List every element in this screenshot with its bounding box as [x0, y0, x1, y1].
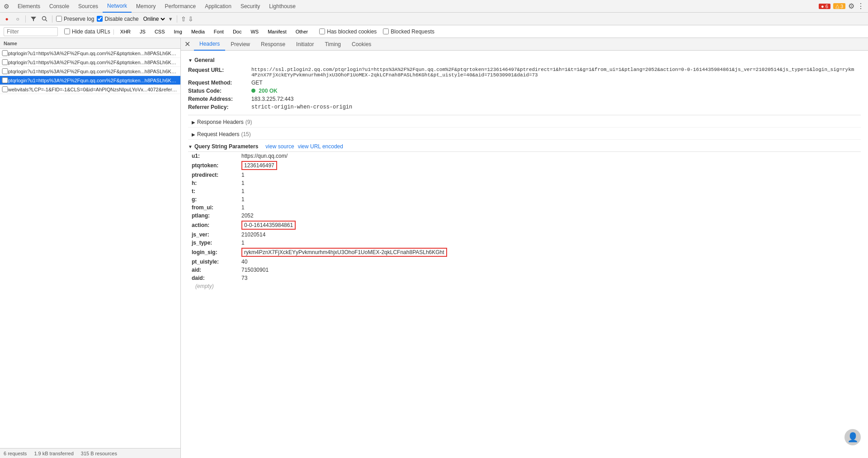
- remote-address-row: Remote Address: 183.3.225.72:443: [188, 95, 861, 103]
- clear-button[interactable]: ○: [14, 15, 22, 23]
- param-row-login-sig: login_sig: rykm4PznX7FjXckEYyPvkmnurhm4h…: [192, 247, 861, 258]
- param-row-g: g: 1: [192, 195, 861, 203]
- param-key-aid: aid:: [192, 267, 241, 273]
- request-item-checkbox-3[interactable]: [2, 68, 8, 74]
- request-item-4[interactable]: ptqrlogin?u1=https%3A%2F%2Fqun.qq.com%2F…: [0, 76, 180, 85]
- query-string-title[interactable]: Query String Parameters: [188, 143, 258, 150]
- disable-cache-label[interactable]: Disable cache: [97, 16, 138, 22]
- tab-sources[interactable]: Sources: [74, 0, 103, 13]
- param-key-js-ver: js_ver:: [192, 231, 241, 238]
- request-headers-title: Request Headers: [197, 131, 239, 137]
- blocked-requests-checkbox[interactable]: [383, 28, 389, 34]
- preserve-log-label[interactable]: Preserve log: [56, 16, 94, 22]
- request-headers-row[interactable]: ▶ Request Headers (15): [188, 129, 861, 140]
- filter-icon[interactable]: [29, 15, 38, 23]
- filter-manifest[interactable]: Manifest: [264, 28, 290, 35]
- status-bar: 6 requests 1.9 kB transferred 315 B reso…: [0, 448, 180, 458]
- tab-elements[interactable]: Elements: [13, 0, 45, 13]
- request-item-checkbox-2[interactable]: [2, 59, 8, 65]
- search-icon[interactable]: [40, 15, 48, 23]
- param-value-h: 1: [241, 180, 245, 186]
- param-row-pt-uistyle: pt_uistyle: 40: [192, 258, 861, 266]
- filter-js[interactable]: JS: [137, 28, 149, 35]
- error-count-badge: ● 6: [819, 4, 830, 9]
- request-item-checkbox-1[interactable]: [2, 50, 8, 56]
- param-row-ptlang: ptlang: 2052: [192, 212, 861, 220]
- avatar-icon: 👤: [847, 432, 859, 443]
- has-blocked-cookies-checkbox[interactable]: [319, 28, 325, 34]
- request-headers-count: (15): [241, 131, 250, 137]
- filter-ws[interactable]: WS: [247, 28, 262, 35]
- filter-img[interactable]: Img: [171, 28, 185, 35]
- export-button[interactable]: ⇩: [188, 15, 193, 23]
- tab-network[interactable]: Network: [103, 0, 132, 13]
- response-headers-count: (9): [245, 119, 252, 125]
- tab-console[interactable]: Console: [45, 0, 74, 13]
- avatar: 👤: [844, 429, 861, 445]
- param-row-js-type: js_type: 1: [192, 239, 861, 247]
- request-item-1[interactable]: ptqrlogin?u1=https%3A%2F%2Fqun.qq.com%2F…: [0, 49, 180, 58]
- tab-preview[interactable]: Preview: [225, 38, 255, 51]
- filter-bar: Hide data URLs | XHR JS CSS Img Media Fo…: [0, 25, 868, 38]
- devtools-tab-bar: ⚙ Elements Console Sources Network Memor…: [0, 0, 868, 13]
- filter-css[interactable]: CSS: [151, 28, 168, 35]
- request-item-5[interactable]: webvitals?LCP=-1&FID=-1&CLS=0&id=AhPIQNz…: [0, 85, 180, 94]
- import-button[interactable]: ⇧: [181, 15, 186, 23]
- view-source-link[interactable]: view source: [265, 143, 294, 150]
- tab-response[interactable]: Response: [255, 38, 291, 51]
- view-url-encoded-link[interactable]: view URL encoded: [298, 143, 343, 150]
- filter-input[interactable]: [4, 27, 58, 36]
- main-layout: Name ptqrlogin?u1=https%3A%2F%2Fqun.qq.c…: [0, 38, 868, 458]
- tab-lighthouse[interactable]: Lighthouse: [264, 0, 300, 13]
- tab-cookies[interactable]: Cookies: [346, 38, 377, 51]
- tab-performance[interactable]: Performance: [160, 0, 200, 13]
- param-value-js-ver: 21020514: [241, 231, 265, 238]
- request-url-row: Request URL: https://ssl.ptlogin2.qq.com…: [188, 66, 861, 79]
- network-toolbar: ● ○ Preserve log Disable cache Online ▼ …: [0, 13, 868, 25]
- param-row-ptredirect: ptredirect: 1: [192, 171, 861, 179]
- filter-font[interactable]: Font: [211, 28, 227, 35]
- param-row-t: t: 1: [192, 187, 861, 195]
- hide-data-urls-label[interactable]: Hide data URLs: [64, 28, 110, 35]
- filter-doc[interactable]: Doc: [230, 28, 245, 35]
- referrer-policy-label: Referrer Policy:: [188, 103, 251, 111]
- detail-close-button[interactable]: ✕: [184, 40, 190, 48]
- param-key-login-sig: login_sig:: [192, 249, 241, 255]
- detail-content: General Request URL: https://ssl.ptlogin…: [181, 51, 868, 458]
- tab-security[interactable]: Security: [236, 0, 264, 13]
- devtools-icon: ⚙: [4, 3, 9, 10]
- tab-memory[interactable]: Memory: [132, 0, 160, 13]
- filter-other[interactable]: Other: [292, 28, 311, 35]
- more-icon[interactable]: ⋮: [857, 2, 864, 10]
- general-section-header[interactable]: General: [188, 54, 861, 66]
- record-button[interactable]: ●: [3, 15, 11, 23]
- param-row-js-ver: js_ver: 21020514: [192, 231, 861, 239]
- tab-timing[interactable]: Timing: [319, 38, 346, 51]
- blocked-requests-label[interactable]: Blocked Requests: [383, 28, 434, 35]
- filter-separator: |: [113, 28, 114, 35]
- response-headers-row[interactable]: ▶ Response Headers (9): [188, 117, 861, 127]
- has-blocked-cookies-label[interactable]: Has blocked cookies: [319, 28, 377, 35]
- request-item-checkbox-5[interactable]: [2, 86, 8, 92]
- preserve-log-checkbox[interactable]: [56, 16, 62, 22]
- request-item-checkbox-4[interactable]: [2, 77, 8, 83]
- detail-panel: ✕ Headers Preview Response Initiator Tim…: [181, 38, 868, 458]
- tab-application[interactable]: Application: [200, 0, 236, 13]
- hide-data-urls-checkbox[interactable]: [64, 28, 70, 34]
- response-headers-section: ▶ Response Headers (9): [188, 117, 861, 127]
- tab-initiator[interactable]: Initiator: [291, 38, 319, 51]
- filter-media[interactable]: Media: [188, 28, 208, 35]
- disable-cache-checkbox[interactable]: [97, 16, 103, 22]
- name-column-header: Name: [2, 41, 179, 46]
- request-item-2[interactable]: ptqrlogin?u1=https%3A%2F%2Fqun.qq.com%2F…: [0, 58, 180, 67]
- request-item-name-5: webvitals?LCP=-1&FID=-1&CLS=0&id=AhPIQNz…: [8, 87, 179, 92]
- tab-headers[interactable]: Headers: [194, 38, 225, 51]
- request-item-3[interactable]: ptqrlogin?u1=https%3A%2F%2Fqun.qq.com%2F…: [0, 67, 180, 76]
- error-icon: ●: [821, 4, 824, 9]
- param-value-login-sig: rykm4PznX7FjXckEYyPvkmnurhm4hjxU3OhoF1Uo…: [241, 248, 447, 257]
- request-method-row: Request Method: GET: [188, 79, 861, 87]
- request-method-label: Request Method:: [188, 79, 251, 87]
- throttle-select[interactable]: Online: [142, 15, 166, 23]
- filter-xhr[interactable]: XHR: [117, 28, 134, 35]
- settings-icon[interactable]: ⚙: [848, 2, 854, 10]
